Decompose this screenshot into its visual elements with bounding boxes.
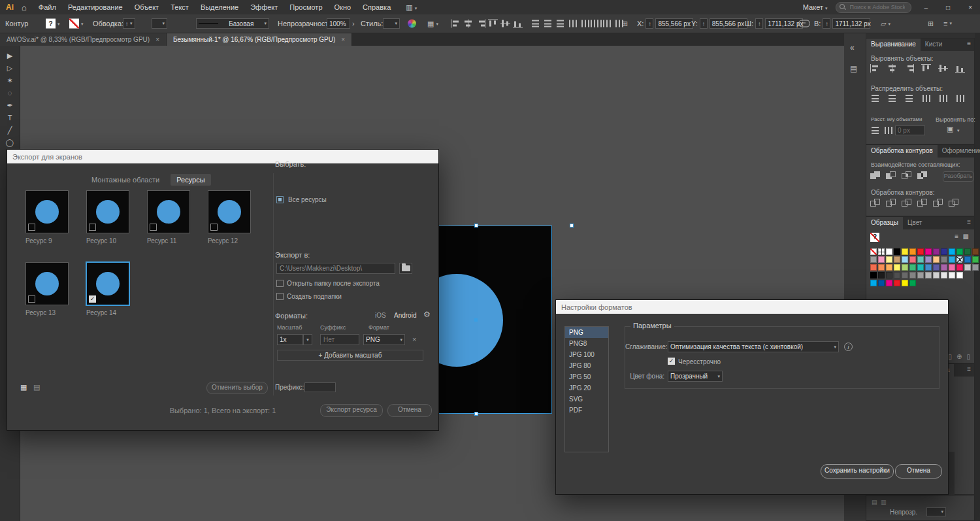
dist-bottom-icon[interactable] bbox=[904, 94, 914, 103]
ellipse-tool[interactable]: ◯ bbox=[3, 138, 16, 147]
stroke-color-swatch[interactable] bbox=[69, 19, 79, 29]
swatch[interactable] bbox=[909, 280, 916, 286]
panel-menu-icon[interactable]: ≡ bbox=[964, 364, 974, 377]
dialog-titlebar[interactable]: Настройки форматов bbox=[556, 300, 948, 314]
constrain-proportions-icon[interactable] bbox=[798, 20, 810, 27]
dist-right-icon[interactable] bbox=[955, 94, 965, 103]
asset-card[interactable]: Ресурс 13 bbox=[25, 262, 71, 316]
asset-card[interactable]: Ресурс 11 bbox=[147, 190, 193, 244]
swatch[interactable] bbox=[894, 256, 900, 263]
minimize-button[interactable]: – bbox=[919, 4, 934, 11]
swatch[interactable] bbox=[941, 256, 947, 263]
swatch[interactable] bbox=[917, 272, 924, 278]
swatch[interactable] bbox=[956, 256, 963, 263]
export-path-field[interactable] bbox=[276, 263, 395, 274]
format-option[interactable]: JPG 20 bbox=[565, 382, 608, 394]
selection-center-point[interactable] bbox=[474, 318, 478, 322]
tab-pathfinder[interactable]: Обработка контуров bbox=[866, 145, 938, 158]
add-scale-button[interactable]: + Добавить масштаб bbox=[277, 350, 423, 361]
x-field[interactable]: 855,566 px bbox=[655, 18, 693, 29]
swatch[interactable] bbox=[972, 248, 979, 255]
scale-value-box[interactable]: 1x bbox=[277, 334, 303, 345]
align-left-icon[interactable] bbox=[451, 20, 461, 28]
merge-icon[interactable] bbox=[902, 198, 912, 207]
align-right-icon[interactable] bbox=[476, 20, 485, 28]
remove-scale-icon[interactable]: × bbox=[412, 335, 416, 343]
new-swatch-icon[interactable]: ⊕ bbox=[956, 353, 962, 360]
swatch[interactable] bbox=[902, 264, 908, 271]
tab-close-icon[interactable]: × bbox=[341, 36, 345, 43]
swatch[interactable] bbox=[870, 280, 877, 286]
swatch[interactable] bbox=[917, 248, 924, 255]
current-swatch-proxy[interactable]: ? bbox=[870, 233, 879, 242]
height-stepper[interactable]: ↕ bbox=[823, 18, 830, 29]
grid-snap-icon[interactable]: ⊞ bbox=[622, 20, 628, 28]
chevron-down-icon[interactable]: ▾ bbox=[57, 21, 60, 26]
asset-thumbnail[interactable] bbox=[25, 262, 69, 305]
grid-view-icon[interactable]: ▦ bbox=[20, 383, 27, 392]
asset-checkbox[interactable] bbox=[28, 295, 35, 303]
asset-card[interactable]: Ресурс 12 bbox=[208, 190, 253, 244]
swatch[interactable] bbox=[894, 280, 900, 286]
swatch[interactable] bbox=[894, 248, 900, 255]
tab-appearance[interactable]: Оформление bbox=[938, 145, 980, 158]
spacing-value-field[interactable]: 0 px bbox=[895, 126, 925, 135]
grid-view-icon[interactable]: ▦ bbox=[963, 233, 969, 240]
swatch[interactable] bbox=[933, 256, 939, 263]
gear-icon[interactable]: ⚙ bbox=[423, 310, 431, 319]
open-folder-checkbox[interactable] bbox=[276, 280, 284, 287]
blend-icon[interactable]: ▤ bbox=[872, 499, 877, 505]
suffix-field[interactable] bbox=[320, 334, 359, 345]
dist-left-icon[interactable] bbox=[568, 20, 578, 28]
swatch[interactable] bbox=[909, 264, 916, 271]
align-h-center-icon[interactable] bbox=[887, 64, 897, 73]
menubar-item-3[interactable]: Текст bbox=[165, 0, 195, 14]
dist-v-center-icon[interactable] bbox=[887, 94, 897, 103]
swatch[interactable] bbox=[870, 264, 877, 271]
asset-thumbnail[interactable] bbox=[208, 190, 251, 233]
swatch[interactable] bbox=[925, 264, 932, 271]
swatch[interactable] bbox=[902, 256, 908, 263]
document-tab[interactable]: AWOSv.ai* @ 8,33% (RGB/Предпросмотр GPU)… bbox=[0, 33, 167, 46]
format-option[interactable]: PNG bbox=[565, 327, 608, 338]
direct-selection-tool[interactable]: ▷ bbox=[3, 63, 16, 73]
align-h-center-icon[interactable] bbox=[463, 20, 473, 28]
x-stepper[interactable]: ↕ bbox=[645, 18, 653, 29]
swatch[interactable] bbox=[886, 264, 892, 271]
cancel-button[interactable]: Отмена bbox=[895, 464, 942, 479]
width-field[interactable]: 1711,132 px bbox=[765, 18, 803, 29]
swatch[interactable] bbox=[886, 272, 892, 278]
align-top-icon[interactable] bbox=[921, 64, 931, 73]
swatch[interactable] bbox=[909, 248, 916, 255]
chevron-down-icon[interactable]: ▾ bbox=[957, 128, 960, 133]
unite-icon[interactable] bbox=[870, 171, 881, 180]
menubar-item-0[interactable]: Файл bbox=[33, 0, 62, 14]
asset-checkbox[interactable]: ✓ bbox=[89, 295, 96, 303]
chevron-down-icon[interactable]: ▾ bbox=[81, 21, 84, 26]
asset-checkbox[interactable] bbox=[28, 224, 35, 231]
format-option[interactable]: JPG 80 bbox=[565, 360, 608, 371]
tab-swatches[interactable]: Образцы bbox=[866, 217, 903, 229]
swatch[interactable] bbox=[878, 248, 885, 255]
swatch[interactable] bbox=[972, 256, 979, 263]
align-top-icon[interactable] bbox=[488, 20, 498, 28]
selection-handle[interactable] bbox=[474, 224, 478, 227]
dist-left-icon[interactable] bbox=[589, 20, 599, 28]
opacity-value[interactable]: 100% bbox=[327, 18, 350, 29]
dist-bottom-icon[interactable] bbox=[555, 20, 565, 28]
subfolders-checkbox[interactable] bbox=[276, 293, 284, 300]
dist-h-center-icon[interactable] bbox=[883, 126, 893, 135]
graphic-style-dropdown[interactable]: ▾ bbox=[383, 18, 400, 29]
cancel-button[interactable]: Отмена bbox=[387, 404, 432, 417]
outline-icon[interactable] bbox=[933, 198, 943, 207]
home-icon[interactable]: ⌂ bbox=[22, 3, 27, 12]
fill-color-swatch[interactable]: ? bbox=[46, 19, 56, 29]
swatch[interactable] bbox=[878, 256, 885, 263]
swatch[interactable] bbox=[917, 264, 924, 271]
info-icon[interactable]: i bbox=[844, 343, 853, 351]
format-option[interactable]: JPG 100 bbox=[565, 349, 608, 360]
selection-handle[interactable] bbox=[570, 224, 574, 227]
asset-thumbnail[interactable] bbox=[147, 190, 190, 233]
height-field[interactable]: 1711,132 px bbox=[832, 18, 870, 29]
swatch[interactable] bbox=[933, 264, 939, 271]
